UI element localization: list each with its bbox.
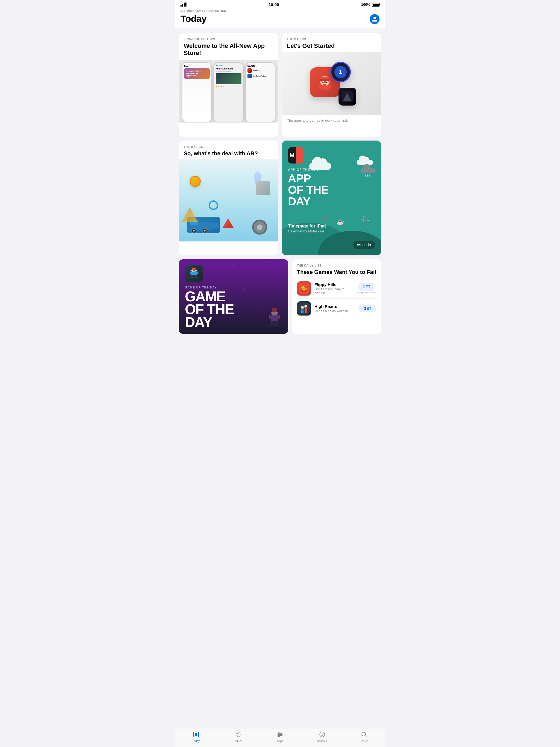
gotd-card[interactable]: GAME OF THE DAY GAMEOF THEDAY (179, 259, 288, 334)
ar-tag: THE BASICS (184, 146, 273, 149)
high-risers-icon (297, 301, 311, 315)
high-risers-name: High Risers (314, 304, 355, 309)
editors-tag: FROM THE EDITORS (184, 38, 273, 41)
daily-list-card: THE DAILY LIST These Games Want You to F… (292, 259, 381, 334)
basics-image: 1 (282, 52, 381, 115)
basics-tag: THE BASICS (287, 38, 376, 41)
svg-point-14 (193, 230, 195, 232)
basics-header: THE BASICS Let's Get Started (282, 33, 381, 52)
cards-row-2: THE BASICS So, what's the deal with AR? (179, 140, 381, 255)
gotd-app-icon (185, 265, 203, 282)
cards-row-3: GAME OF THE DAY GAMEOF THEDAY (179, 259, 381, 334)
svg-rect-20 (196, 270, 197, 271)
battery-fill (373, 4, 379, 6)
daily-list-item: Flippy Hills Don't smash them to pieces!… (297, 279, 376, 299)
svg-rect-29 (194, 271, 195, 271)
flippy-hills-desc: Don't smash them to pieces! (314, 287, 353, 295)
ar-coin (190, 176, 201, 187)
svg-point-6 (322, 81, 324, 83)
daily-list-item: High Risers Get as high as you can. GET (297, 299, 376, 318)
svg-rect-27 (197, 278, 198, 279)
phone-mockup-3: Games Injustice 2 New Games We Love (245, 62, 275, 123)
aotd-main-title: APPOF THEDAY (288, 173, 375, 207)
basics-subtitle: The apps and games to download first. (287, 119, 348, 123)
battery-percent: 100% (361, 2, 370, 6)
basics-footer: The apps and games to download first. (282, 115, 381, 127)
ar-header: THE BASICS So, what's the deal with AR? (179, 140, 278, 159)
signal-icon (180, 2, 186, 6)
svg-rect-21 (191, 272, 197, 275)
ar-pyramid (223, 218, 233, 228)
profile-button[interactable] (370, 14, 380, 24)
ar-pyramid2 (182, 207, 198, 222)
ar-scene (179, 159, 278, 241)
high-risers-info: High Risers Get as high as you can. (314, 304, 355, 313)
ar-image (179, 159, 278, 241)
svg-rect-49 (305, 308, 307, 313)
editors-title: Welcome to the All-New App Store! (184, 42, 273, 57)
app-icons-cluster: 1 (304, 56, 359, 111)
basics-card[interactable]: THE BASICS Let's Get Started (282, 33, 381, 137)
svg-point-51 (304, 305, 307, 308)
svg-rect-46 (299, 303, 309, 314)
svg-rect-26 (190, 278, 191, 279)
ar-card[interactable]: THE BASICS So, what's the deal with AR? (179, 140, 278, 255)
high-risers-get-button[interactable]: GET (358, 305, 376, 312)
aotd-card[interactable]: M 🚲 (282, 140, 381, 255)
battery-icon (372, 3, 380, 6)
header-date: WEDNESDAY 27 SEPTEMBER (180, 9, 226, 13)
ar-wheel (252, 220, 267, 235)
svg-rect-48 (301, 308, 304, 311)
svg-rect-24 (191, 275, 193, 278)
svg-rect-25 (195, 275, 197, 278)
daily-list-tag: THE DAILY LIST (297, 264, 376, 267)
editors-screens: Today WORLD PREMIERE The Art of the Impo… (179, 60, 278, 123)
flippy-hills-icon (297, 281, 311, 295)
page-header: WEDNESDAY 27 SEPTEMBER Today (175, 8, 385, 28)
editors-header: FROM THE EDITORS Welcome to the All-New … (179, 33, 278, 60)
flippy-hills-in-app: In-App Purchases (357, 291, 376, 294)
ar-ring (209, 200, 218, 210)
flippy-hills-info: Flippy Hills Don't smash them to pieces! (314, 282, 353, 295)
high-risers-desc: Get as high as you can. (314, 309, 355, 313)
ar-title: So, what's the deal with AR? (184, 150, 273, 157)
gotd-content: GAME OF THE DAY GAMEOF THEDAY (179, 259, 288, 334)
phone-mockup-2: ◀ Games Alto's Adventure A snowboarding … (213, 62, 244, 123)
aotd-content: M 🚲 (282, 140, 381, 255)
svg-rect-3 (320, 79, 330, 81)
status-bar: 10:00 100% (175, 0, 385, 8)
daily-list-title: These Games Want You to Fail (297, 269, 376, 275)
svg-rect-18 (191, 270, 192, 271)
cards-row-1: FROM THE EDITORS Welcome to the All-New … (179, 33, 381, 137)
svg-rect-16 (212, 223, 219, 229)
svg-rect-28 (193, 271, 194, 271)
flippy-hills-get-button[interactable]: GET (358, 283, 376, 291)
status-right: 100% (361, 2, 380, 6)
flippy-hills-get-wrap: GET In-App Purchases (357, 283, 376, 294)
svg-rect-23 (197, 272, 198, 274)
svg-point-15 (204, 230, 206, 232)
svg-point-50 (301, 306, 304, 309)
ar-cube (256, 181, 270, 195)
header-left: WEDNESDAY 27 SEPTEMBER Today (180, 9, 226, 24)
game-icon-dark (338, 88, 356, 106)
svg-rect-22 (190, 272, 191, 274)
phone-mockup-1: Today WORLD PREMIERE The Art of the Impo… (182, 62, 212, 123)
aotd-price[interactable]: 59,00 kr (353, 241, 375, 249)
aotd-subtitle: Calendar by Moleskine (288, 229, 375, 233)
editors-card[interactable]: FROM THE EDITORS Welcome to the All-New … (179, 33, 278, 137)
onepassword-icon: 1 (330, 62, 351, 82)
svg-point-7 (326, 81, 327, 83)
gotd-main-title: GAMEOF THEDAY (185, 290, 282, 328)
status-time: 10:00 (269, 2, 279, 7)
main-content: FROM THE EDITORS Welcome to the All-New … (175, 28, 385, 364)
page-title: Today (180, 14, 226, 24)
basics-title: Let's Get Started (287, 42, 376, 50)
high-risers-get-wrap: GET (358, 305, 376, 312)
flippy-hills-name: Flippy Hills (314, 282, 353, 287)
aotd-app-name: Timepage for iPad (288, 224, 375, 229)
aotd-label: APP OF THE DAY (288, 168, 375, 172)
aotd-app-icon: M (288, 147, 304, 163)
